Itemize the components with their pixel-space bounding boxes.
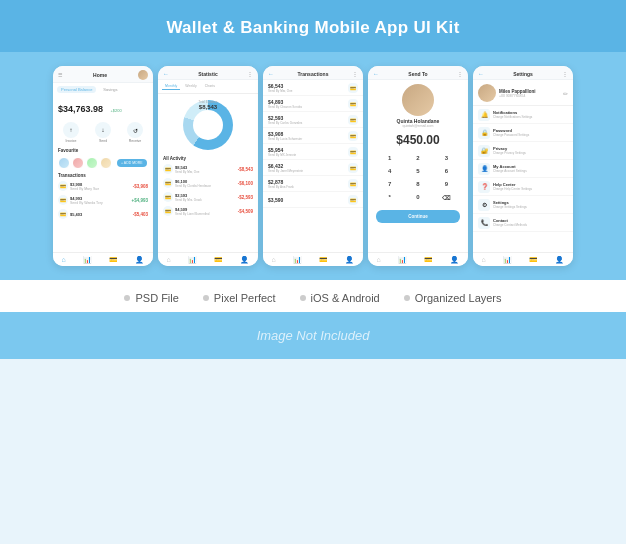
nav-chart-icon-2[interactable]: 📊 [188, 256, 197, 264]
nav-card-icon-3[interactable]: 💳 [319, 256, 328, 264]
phone-send-header: ← Send To ⋮ [368, 66, 468, 80]
setting-account[interactable]: 👤 My Account Change Account Settings [473, 160, 573, 178]
p3-desc-6: Send By Jarrel Meyerstein [268, 169, 303, 173]
tab-monthly[interactable]: Monthly [162, 83, 180, 90]
key-1[interactable]: 1 [376, 152, 403, 164]
nav-person-icon-3[interactable]: 👤 [345, 256, 354, 264]
back-arrow-icon-2[interactable]: ← [268, 71, 274, 77]
key-2[interactable]: 2 [404, 152, 431, 164]
avatar-1[interactable] [58, 157, 70, 169]
setting-settings[interactable]: ⚙ Settings Change Settings Settings [473, 196, 573, 214]
p3-txn-4: $3,908 Send By Lucia Schwester 💳 [263, 128, 363, 144]
key-3[interactable]: 3 [433, 152, 460, 164]
nav-chart-icon-3[interactable]: 📊 [293, 256, 302, 264]
home-avatar [138, 70, 148, 80]
back-arrow-icon-4[interactable]: ← [478, 71, 484, 77]
tab-charts[interactable]: Charts [202, 83, 218, 90]
action-send[interactable]: ↓ Send [95, 122, 111, 143]
bottom-nav-home: ⌂ 📊 💳 👤 [53, 252, 153, 266]
key-0[interactable]: 0 [404, 191, 431, 204]
nav-home-icon-4[interactable]: ⌂ [377, 256, 381, 263]
setting-privacy[interactable]: 🔐 Privacy Change Privacy Settings [473, 142, 573, 160]
p3-desc-5: Send By MX Jennote [268, 153, 296, 157]
key-8[interactable]: 8 [404, 178, 431, 190]
more-options-icon[interactable]: ⋮ [247, 70, 253, 77]
feature-dot-1 [124, 295, 130, 301]
more-options-icon-2[interactable]: ⋮ [352, 70, 358, 77]
setting-contact[interactable]: 📞 Contact Change Contact Methods [473, 214, 573, 232]
transactions-label: Transactions [53, 171, 153, 179]
phone-send-title: Send To [408, 71, 427, 77]
nav-person-icon-5[interactable]: 👤 [555, 256, 564, 264]
nav-chart-icon-4[interactable]: 📊 [398, 256, 407, 264]
txn-icon-1: 💳 [58, 181, 68, 191]
txn-amount-1: -$3,908 [133, 184, 148, 189]
activity-item-1: 💳 $8,543 Send By Mar, One -$8,543 [158, 162, 258, 176]
bottom-nav-txn: ⌂ 📊 💳 👤 [263, 252, 363, 266]
nav-card-icon-5[interactable]: 💳 [529, 256, 538, 264]
activity-icon-1: 💳 [163, 164, 173, 174]
activity-label: All Activity [158, 154, 258, 162]
send-amount: $450.00 [368, 130, 468, 150]
p3-icon-3: 💳 [348, 115, 358, 125]
nav-chart-icon-5[interactable]: 📊 [503, 256, 512, 264]
p3-icon-5: 💳 [348, 147, 358, 157]
setting-acct-desc: Change Account Settings [493, 169, 527, 173]
avatar-2[interactable] [72, 157, 84, 169]
back-arrow-icon[interactable]: ← [163, 71, 169, 77]
p3-icon-7: 💳 [348, 179, 358, 189]
key-6[interactable]: 6 [433, 165, 460, 177]
key-9[interactable]: 9 [433, 178, 460, 190]
txn-item-3: 💳 $5,403 -$5,403 [53, 207, 153, 221]
txn-name-3: $5,403 [70, 212, 82, 217]
avatar-4[interactable] [100, 157, 112, 169]
invoice-icon: ↑ [63, 122, 79, 138]
key-backspace[interactable]: ⌫ [433, 191, 460, 204]
nav-home-icon-2[interactable]: ⌂ [167, 256, 171, 263]
contact-icon: 📞 [478, 217, 490, 229]
activity-item-2: 💳 $6,100 Send By Clorida Hendason -$6,10… [158, 176, 258, 190]
tab-savings[interactable]: Savings [99, 86, 121, 93]
balance-amount: $34,763.98 [58, 104, 103, 114]
nav-person-icon-4[interactable]: 👤 [450, 256, 459, 264]
continue-button[interactable]: Continue [376, 210, 460, 223]
setting-help[interactable]: ❓ Help Center Change Help Center Setting… [473, 178, 573, 196]
nav-home-icon[interactable]: ⌂ [62, 256, 66, 263]
avatar-3[interactable] [86, 157, 98, 169]
nav-card-icon-4[interactable]: 💳 [424, 256, 433, 264]
p3-icon-4: 💳 [348, 131, 358, 141]
p3-icon-1: 💳 [348, 83, 358, 93]
action-receive[interactable]: ↺ Receive [127, 122, 143, 143]
nav-person-icon[interactable]: 👤 [135, 256, 144, 264]
action-invoice[interactable]: ↑ Invoice [63, 122, 79, 143]
key-star[interactable]: * [376, 191, 403, 204]
nav-home-icon-5[interactable]: ⌂ [482, 256, 486, 263]
phone-settings-header: ← Settings ⋮ [473, 66, 573, 80]
more-options-icon-3[interactable]: ⋮ [457, 70, 463, 77]
setting-password[interactable]: 🔒 Password Change Password Settings [473, 124, 573, 142]
key-4[interactable]: 4 [376, 165, 403, 177]
nav-person-icon-2[interactable]: 👤 [240, 256, 249, 264]
add-more-button[interactable]: + ADD MORE [117, 159, 147, 167]
keypad: 1 2 3 4 5 6 7 8 9 * 0 ⌫ [368, 150, 468, 206]
tab-weekly[interactable]: Weekly [182, 83, 199, 90]
phone-txn-header: ← Transactions ⋮ [263, 66, 363, 80]
p3-txn-1: $6,543 Send By Mar, One 💳 [263, 80, 363, 96]
more-options-icon-4[interactable]: ⋮ [562, 70, 568, 77]
phone-txn-title: Transactions [298, 71, 329, 77]
tab-personal-balance[interactable]: Personal Balance [57, 86, 96, 93]
nav-home-icon-3[interactable]: ⌂ [272, 256, 276, 263]
feature-label-4: Organized Layers [415, 292, 502, 304]
nav-card-icon[interactable]: 💳 [109, 256, 118, 264]
key-7[interactable]: 7 [376, 178, 403, 190]
setting-notifications[interactable]: 🔔 Notifications Change Notifications Set… [473, 106, 573, 124]
edit-icon[interactable]: ✏ [563, 90, 568, 97]
nav-card-icon-2[interactable]: 💳 [214, 256, 223, 264]
nav-chart-icon[interactable]: 📊 [83, 256, 92, 264]
activity-icon-4: 💳 [163, 206, 173, 216]
p3-desc-4: Send By Lucia Schwester [268, 137, 302, 141]
setting-sett-desc: Change Settings Settings [493, 205, 527, 209]
back-arrow-icon-3[interactable]: ← [373, 71, 379, 77]
key-5[interactable]: 5 [404, 165, 431, 177]
activity-amount-3: -$2,593 [238, 195, 253, 200]
